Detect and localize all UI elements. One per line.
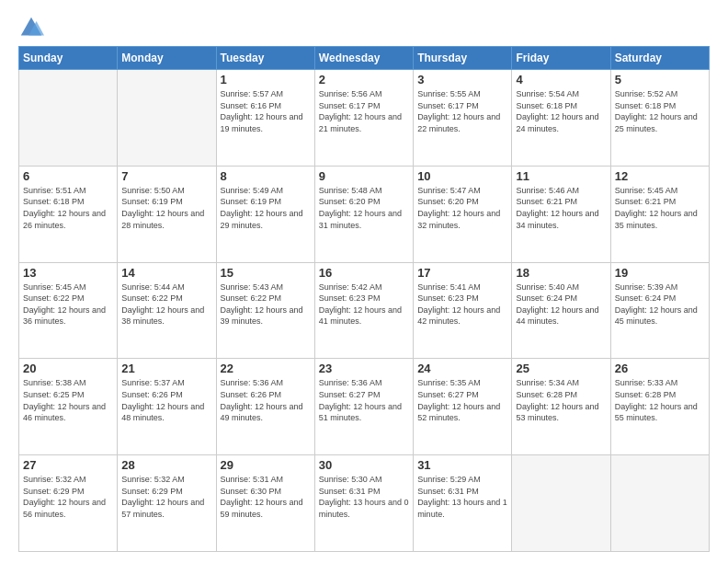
calendar-day-cell: 22Sunrise: 5:36 AM Sunset: 6:26 PM Dayli… xyxy=(216,359,314,455)
day-number: 10 xyxy=(417,169,507,183)
calendar-week-row: 27Sunrise: 5:32 AM Sunset: 6:29 PM Dayli… xyxy=(19,455,710,552)
day-info: Sunrise: 5:45 AM Sunset: 6:22 PM Dayligh… xyxy=(23,282,113,327)
day-info: Sunrise: 5:39 AM Sunset: 6:24 PM Dayligh… xyxy=(615,282,705,327)
day-number: 26 xyxy=(615,362,705,375)
day-number: 27 xyxy=(23,458,113,472)
day-number: 17 xyxy=(417,266,507,280)
page-header xyxy=(18,15,710,40)
dow-cell: Wednesday xyxy=(314,47,413,70)
day-info: Sunrise: 5:45 AM Sunset: 6:21 PM Dayligh… xyxy=(615,185,705,231)
day-number: 25 xyxy=(516,362,606,375)
calendar-day-cell: 19Sunrise: 5:39 AM Sunset: 6:24 PM Dayli… xyxy=(610,262,709,359)
day-number: 31 xyxy=(417,458,507,472)
calendar-day-cell: 7Sunrise: 5:50 AM Sunset: 6:19 PM Daylig… xyxy=(118,166,216,262)
day-number: 24 xyxy=(417,362,507,375)
day-number: 9 xyxy=(319,169,409,183)
dow-cell: Sunday xyxy=(19,47,118,70)
day-info: Sunrise: 5:33 AM Sunset: 6:28 PM Dayligh… xyxy=(615,377,705,423)
day-number: 13 xyxy=(23,266,113,280)
calendar-day-cell: 2Sunrise: 5:56 AM Sunset: 6:17 PM Daylig… xyxy=(314,70,413,167)
day-number: 19 xyxy=(615,266,705,280)
day-info: Sunrise: 5:50 AM Sunset: 6:19 PM Dayligh… xyxy=(121,185,211,231)
dow-cell: Saturday xyxy=(610,47,709,70)
day-number: 22 xyxy=(221,362,311,375)
day-info: Sunrise: 5:31 AM Sunset: 6:30 PM Dayligh… xyxy=(221,474,311,520)
day-info: Sunrise: 5:49 AM Sunset: 6:19 PM Dayligh… xyxy=(221,185,311,231)
day-number: 12 xyxy=(615,169,705,183)
calendar-day-cell: 12Sunrise: 5:45 AM Sunset: 6:21 PM Dayli… xyxy=(610,166,709,262)
day-of-week-header: SundayMondayTuesdayWednesdayThursdayFrid… xyxy=(19,47,710,70)
day-info: Sunrise: 5:42 AM Sunset: 6:23 PM Dayligh… xyxy=(319,282,409,327)
day-number: 20 xyxy=(23,362,113,375)
day-number: 14 xyxy=(121,266,211,280)
day-info: Sunrise: 5:44 AM Sunset: 6:22 PM Dayligh… xyxy=(121,282,211,327)
calendar-day-cell xyxy=(118,70,216,167)
day-number: 16 xyxy=(319,266,409,280)
day-number: 21 xyxy=(121,362,211,375)
day-info: Sunrise: 5:57 AM Sunset: 6:16 PM Dayligh… xyxy=(221,88,311,134)
logo xyxy=(18,15,48,40)
day-number: 7 xyxy=(121,169,211,183)
day-info: Sunrise: 5:54 AM Sunset: 6:18 PM Dayligh… xyxy=(516,88,606,134)
calendar-day-cell: 17Sunrise: 5:41 AM Sunset: 6:23 PM Dayli… xyxy=(414,262,512,359)
day-info: Sunrise: 5:40 AM Sunset: 6:24 PM Dayligh… xyxy=(516,282,606,327)
day-number: 29 xyxy=(221,458,311,472)
dow-cell: Thursday xyxy=(414,47,512,70)
calendar-day-cell: 26Sunrise: 5:33 AM Sunset: 6:28 PM Dayli… xyxy=(610,359,709,455)
day-info: Sunrise: 5:47 AM Sunset: 6:20 PM Dayligh… xyxy=(417,185,507,231)
logo-icon xyxy=(18,15,44,40)
calendar-day-cell: 29Sunrise: 5:31 AM Sunset: 6:30 PM Dayli… xyxy=(216,455,314,552)
day-info: Sunrise: 5:48 AM Sunset: 6:20 PM Dayligh… xyxy=(319,185,409,231)
day-info: Sunrise: 5:41 AM Sunset: 6:23 PM Dayligh… xyxy=(417,282,507,327)
dow-cell: Friday xyxy=(512,47,610,70)
calendar-day-cell: 1Sunrise: 5:57 AM Sunset: 6:16 PM Daylig… xyxy=(216,70,314,167)
calendar-week-row: 6Sunrise: 5:51 AM Sunset: 6:18 PM Daylig… xyxy=(19,166,710,262)
calendar-day-cell: 10Sunrise: 5:47 AM Sunset: 6:20 PM Dayli… xyxy=(414,166,512,262)
day-info: Sunrise: 5:46 AM Sunset: 6:21 PM Dayligh… xyxy=(516,185,606,231)
calendar-day-cell: 24Sunrise: 5:35 AM Sunset: 6:27 PM Dayli… xyxy=(414,359,512,455)
day-info: Sunrise: 5:55 AM Sunset: 6:17 PM Dayligh… xyxy=(417,88,507,134)
day-number: 2 xyxy=(319,73,409,86)
day-info: Sunrise: 5:36 AM Sunset: 6:27 PM Dayligh… xyxy=(319,377,409,423)
calendar-day-cell: 16Sunrise: 5:42 AM Sunset: 6:23 PM Dayli… xyxy=(314,262,413,359)
day-info: Sunrise: 5:36 AM Sunset: 6:26 PM Dayligh… xyxy=(221,377,311,423)
day-number: 6 xyxy=(23,169,113,183)
calendar-day-cell: 23Sunrise: 5:36 AM Sunset: 6:27 PM Dayli… xyxy=(314,359,413,455)
day-number: 5 xyxy=(615,73,705,86)
calendar-day-cell: 30Sunrise: 5:30 AM Sunset: 6:31 PM Dayli… xyxy=(314,455,413,552)
calendar-day-cell: 3Sunrise: 5:55 AM Sunset: 6:17 PM Daylig… xyxy=(414,70,512,167)
calendar-body: 1Sunrise: 5:57 AM Sunset: 6:16 PM Daylig… xyxy=(19,70,710,552)
calendar-table: SundayMondayTuesdayWednesdayThursdayFrid… xyxy=(18,46,710,552)
day-info: Sunrise: 5:43 AM Sunset: 6:22 PM Dayligh… xyxy=(221,282,311,327)
day-number: 30 xyxy=(319,458,409,472)
day-info: Sunrise: 5:32 AM Sunset: 6:29 PM Dayligh… xyxy=(121,474,211,520)
day-number: 8 xyxy=(221,169,311,183)
day-info: Sunrise: 5:56 AM Sunset: 6:17 PM Dayligh… xyxy=(319,88,409,134)
day-number: 3 xyxy=(417,73,507,86)
calendar-day-cell xyxy=(512,455,610,552)
day-info: Sunrise: 5:37 AM Sunset: 6:26 PM Dayligh… xyxy=(121,377,211,423)
dow-cell: Monday xyxy=(118,47,216,70)
calendar-day-cell: 31Sunrise: 5:29 AM Sunset: 6:31 PM Dayli… xyxy=(414,455,512,552)
calendar-day-cell: 5Sunrise: 5:52 AM Sunset: 6:18 PM Daylig… xyxy=(610,70,709,167)
calendar-day-cell: 11Sunrise: 5:46 AM Sunset: 6:21 PM Dayli… xyxy=(512,166,610,262)
calendar-week-row: 13Sunrise: 5:45 AM Sunset: 6:22 PM Dayli… xyxy=(19,262,710,359)
calendar-day-cell xyxy=(19,70,118,167)
calendar-day-cell xyxy=(610,455,709,552)
day-info: Sunrise: 5:51 AM Sunset: 6:18 PM Dayligh… xyxy=(23,185,113,231)
dow-cell: Tuesday xyxy=(216,47,314,70)
day-info: Sunrise: 5:52 AM Sunset: 6:18 PM Dayligh… xyxy=(615,88,705,134)
day-number: 4 xyxy=(516,73,606,86)
calendar-day-cell: 15Sunrise: 5:43 AM Sunset: 6:22 PM Dayli… xyxy=(216,262,314,359)
calendar-week-row: 20Sunrise: 5:38 AM Sunset: 6:25 PM Dayli… xyxy=(19,359,710,455)
day-info: Sunrise: 5:35 AM Sunset: 6:27 PM Dayligh… xyxy=(417,377,507,423)
calendar-day-cell: 27Sunrise: 5:32 AM Sunset: 6:29 PM Dayli… xyxy=(19,455,118,552)
calendar-day-cell: 20Sunrise: 5:38 AM Sunset: 6:25 PM Dayli… xyxy=(19,359,118,455)
day-number: 23 xyxy=(319,362,409,375)
day-info: Sunrise: 5:29 AM Sunset: 6:31 PM Dayligh… xyxy=(417,474,507,520)
day-number: 18 xyxy=(516,266,606,280)
calendar-week-row: 1Sunrise: 5:57 AM Sunset: 6:16 PM Daylig… xyxy=(19,70,710,167)
day-number: 28 xyxy=(121,458,211,472)
day-number: 1 xyxy=(221,73,311,86)
calendar-day-cell: 25Sunrise: 5:34 AM Sunset: 6:28 PM Dayli… xyxy=(512,359,610,455)
